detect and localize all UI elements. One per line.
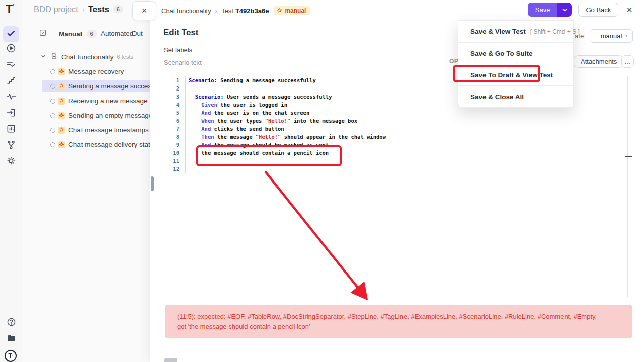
sidebar-item-analytics[interactable] [6,125,16,135]
header-actions: Save Go Back × [528,3,632,17]
save-menu-toggle[interactable] [557,3,572,17]
code-token [189,118,201,124]
manual-test-icon [58,112,65,119]
sidebar-item-import[interactable] [6,109,16,119]
editor-scroll-marker [625,156,632,157]
app-logo[interactable]: T' [6,3,14,16]
code-line[interactable]: Then the message "Hello!" should appear … [189,133,386,141]
test-tree-items: Message recoverySending a message succes… [42,64,151,152]
code-token: clicks the send button [211,126,284,132]
code-token: the message [214,134,256,140]
sidebar-item-settings[interactable] [6,157,16,167]
editor-scrollbar-track[interactable] [627,76,628,297]
app-sidebar: T' T' [0,0,22,362]
tests-tab-bar: Manual6 Automated Out [22,24,151,44]
code-line[interactable]: When the user types "Hello!" into the me… [189,117,386,125]
tab-manual-count: 6 [87,30,97,38]
code-line[interactable]: Scenario: User sends a message successfu… [189,93,386,101]
close-editor-icon[interactable]: × [626,5,632,15]
code-token: "Hello!" [265,118,291,124]
save-button[interactable]: Save [528,3,558,17]
panel-scrollbar-thumb[interactable] [151,176,154,191]
more-options-button[interactable]: … [621,55,634,68]
tests-check-icon [7,29,16,40]
bottom-scroll-nub[interactable] [164,358,177,362]
code-line[interactable] [189,157,386,165]
editor-code[interactable]: Scenario: Sending a message successfully… [185,76,386,173]
save-dropdown-menu: Save & View Test[ Shift + Cmd + S ]Save … [458,20,574,108]
sidebar-item-runs[interactable] [6,44,16,54]
code-token: And [201,110,211,116]
tree-item-test[interactable]: Chat message delivery stat [42,137,151,152]
chevron-down-icon[interactable] [40,52,46,61]
save-menu-item[interactable]: Save & View Test[ Shift + Cmd + S ] [458,21,573,42]
test-breadcrumb: Chat functionality › Test T492b3a6e manu… [161,6,310,15]
code-token: should appear in the chat window [281,134,386,140]
crumb-test-word: Test [221,7,233,15]
test-status-circle-icon [50,113,55,118]
manual-spark-icon [277,8,283,14]
tab-outdated[interactable]: Out [132,30,143,37]
code-line[interactable]: Given the user is logged in [189,101,386,109]
state-select[interactable]: manual ▼ [590,29,633,43]
user-avatar[interactable]: T' [5,350,17,362]
sidebar-item-tests[interactable] [3,26,19,42]
help-icon [7,317,16,329]
code-token [189,134,201,140]
code-token: Then [201,134,214,140]
tree-item-test[interactable]: Message recovery [42,64,151,79]
save-menu-item[interactable]: Save & Go To Suite [458,42,573,64]
app-root: T' T' BDD project›Tests6 Manual6 Automat… [0,0,644,362]
code-token: the user is logged in [217,102,287,108]
close-tests-tab-button[interactable]: × [132,1,156,20]
manual-test-icon [58,127,65,134]
crumb-suite[interactable]: Chat functionality [161,7,211,15]
section-title: Tests [88,5,109,14]
gherkin-parse-error: (11:5): expected: #EOF, #TableRow, #DocS… [165,305,632,338]
line-number: 2 [164,84,179,93]
code-line[interactable]: the message should contain a pencil icon [189,149,386,157]
tree-item-test[interactable]: Receiving a new message [42,94,151,108]
manual-state-badge: manual [274,6,310,15]
tree-suite-row[interactable]: Chat functionality 6 tests [40,52,133,61]
line-number: 3 [164,93,179,101]
sidebar-item-files[interactable] [6,334,16,344]
code-line[interactable]: And the user is on the chat screen [189,109,386,117]
code-token: And [201,142,211,148]
edit-test-header: Chat functionality › Test T492b3a6e manu… [150,0,644,20]
scenario-editor[interactable]: 123456789101112 Scenario: Sending a mess… [164,76,386,173]
set-labels-link[interactable]: Set labels [164,46,192,54]
tree-item-test[interactable]: Sending an empty message [42,108,151,123]
project-name[interactable]: BDD project [34,5,78,14]
sidebar-item-steps[interactable] [6,76,16,86]
attachments-button[interactable]: Attachments [573,55,625,68]
code-line[interactable] [189,165,386,173]
suite-label: Chat functionality [61,53,114,61]
menu-item-shortcut: [ Shift + Cmd + S ] [530,28,580,35]
tree-item-test[interactable]: Sending a message succes [42,80,151,92]
sidebar-item-pulse[interactable] [6,93,16,103]
code-line[interactable]: And clicks the send button [189,125,386,133]
code-line[interactable]: And the message should be marked as sent [189,141,386,149]
code-token [189,94,195,100]
code-token [189,102,201,108]
tab-automated[interactable]: Automated [101,30,133,37]
sidebar-item-branch[interactable] [6,141,16,151]
sidebar-item-help[interactable] [6,318,16,328]
line-number: 5 [164,109,179,117]
line-number: 7 [164,125,179,133]
error-line-2: got 'the message should contain a pencil… [177,322,620,332]
save-menu-item[interactable]: Save & Close All [458,85,573,107]
tab-manual[interactable]: Manual6 [59,30,97,38]
test-label: Sending an empty message [68,112,151,119]
sidebar-item-plans[interactable] [6,60,16,70]
tree-item-test[interactable]: Chat message timestamps [42,123,151,137]
save-menu-item[interactable]: Save To Draft & View Test [458,64,573,85]
code-token [189,126,201,132]
test-status-circle-icon [50,84,55,89]
line-number: 9 [164,141,179,149]
line-number: 12 [164,165,179,173]
go-back-button[interactable]: Go Back [578,3,618,17]
code-line[interactable]: Scenario: Sending a message successfully [189,76,386,84]
code-line[interactable] [189,84,386,93]
